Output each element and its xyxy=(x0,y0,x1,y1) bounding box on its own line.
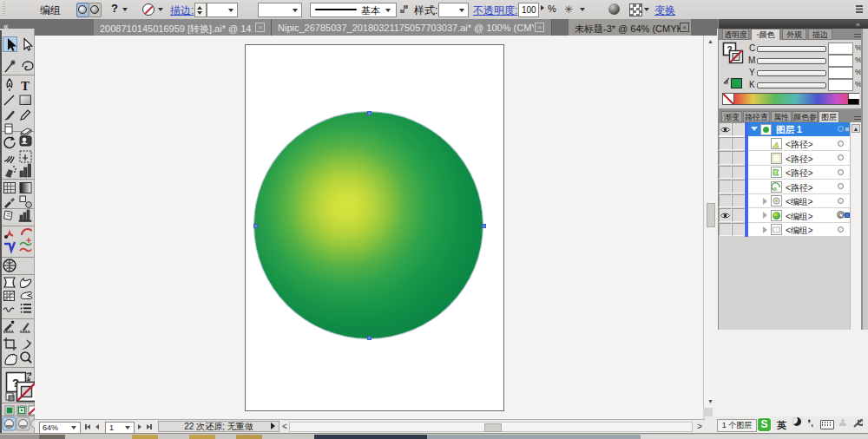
svg-text:T: T xyxy=(21,79,30,93)
